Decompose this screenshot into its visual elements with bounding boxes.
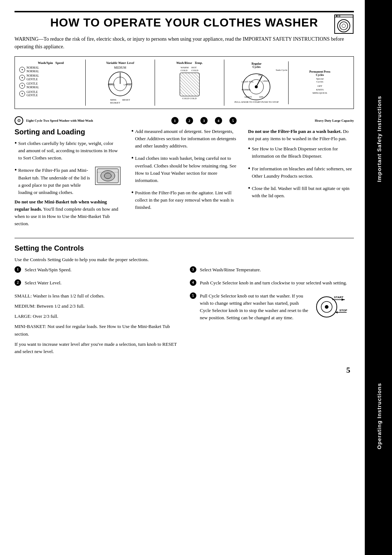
page-title: HOW TO OPERATE YOUR CLOTHES WASHER	[15, 16, 354, 29]
bullet-dot-mid-3: •	[131, 189, 134, 214]
controls-intro: Use the Controls Setting Guide to help y…	[15, 256, 354, 263]
controls-col-left: 1 Select Wash/Spin Speed. 2 Select Water…	[15, 266, 179, 358]
svg-text:SMALL: SMALL	[108, 84, 115, 86]
bullet-dot-right-1: •	[248, 145, 250, 163]
sorting-mid-text-2: Load clothes into wash basket, being car…	[135, 155, 237, 184]
sorting-col-right: Do not use the Filter-Flo pan as a wash …	[248, 128, 354, 231]
warning-text: WARNING—To reduce the risk of fire, elec…	[15, 35, 354, 50]
diagram-section-3-title: Wash/Rinse Temp.	[176, 61, 203, 65]
sorting-mid-text-1: Add measured amount of detergent. See De…	[135, 128, 237, 150]
cycle-selector-diagram: Seek Cycle OFF LIGHT L	[226, 69, 287, 104]
bullet-dot-mid-1: •	[131, 128, 134, 153]
sorting-mid-bullet-2: • Load clothes into wash basket, being c…	[131, 155, 237, 187]
sorting-bullet-2: • Remove the Filter-Flo pan and Mini-Bas	[15, 167, 121, 196]
diagram-cycles: RegularCycles Seek Cycle OFF	[224, 60, 352, 106]
knob-gentle-normal: ➜	[19, 83, 25, 89]
svg-text:HEAVY: HEAVY	[245, 96, 252, 98]
right-sidebar: Important Safety Instructions Operating …	[366, 0, 392, 555]
badge-4: 4	[215, 117, 222, 124]
diagram-number-badges: 1 2 3 4 5	[171, 117, 237, 124]
step-1-text: Select Wash/Spin Speed.	[25, 266, 179, 274]
step-2-text: Select Water Level.	[25, 279, 179, 287]
svg-text:NORMAL: NORMAL	[242, 89, 251, 91]
knob-normal-normal: ➜	[19, 67, 25, 73]
step-badge-3: 3	[190, 266, 196, 273]
regular-cycles-title: RegularCycles	[252, 62, 262, 69]
control-row-1: ➜ NORMALNORMAL	[19, 66, 39, 73]
sorting-right-text-2: For information on bleaches and fabric s…	[252, 165, 354, 180]
svg-text:OFF: OFF	[259, 96, 264, 98]
diagram-footer: ⚙ Eight Cycle Two Speed Washer with Mini…	[15, 116, 354, 128]
mini-basket-warning: Do not use the Mini-Basket tub when wash…	[15, 198, 121, 228]
sorting-right-text-1: See How to Use Bleach Dispenser section …	[252, 145, 354, 160]
sorting-mid-bullet-1: • Add measured amount of detergent. See …	[131, 128, 237, 153]
sorting-bullet-1: • Sort clothes carefully by fabric type,…	[15, 140, 121, 165]
water-mini: MINI-BASKET: Not used for regular loads.…	[15, 323, 179, 337]
control-row-4: ➜ GENTLEGENTLE	[19, 90, 38, 97]
washer-logo-icon	[334, 14, 354, 34]
controls-title: Setting the Controls	[15, 244, 354, 252]
svg-point-2	[338, 20, 350, 32]
controls-step-3: 3 Select Wash/Rinse Temperature.	[190, 266, 354, 276]
badge-1: 1	[171, 117, 179, 124]
sidebar-label-operating: Operating Instructions	[366, 278, 392, 555]
diagram-footer-left: ⚙ Eight Cycle Two Speed Washer with Mini…	[15, 116, 93, 125]
diagram-area: Wash/Spin Speed ➜ NORMALNORMAL ➜ NORMALG…	[15, 56, 354, 109]
water-small: SMALL: Washer is less than 1/2 full of c…	[15, 292, 179, 300]
svg-text:LIGHT: LIGHT	[263, 80, 269, 82]
controls-col-right: 3 Select Wash/Rinse Temperature. 4 Push …	[190, 266, 354, 358]
svg-point-34	[325, 305, 328, 309]
sorting-section: Sorting and Loading • Sort clothes caref…	[15, 128, 354, 231]
bullet-dot-2: •	[15, 167, 17, 196]
step-badge-5: 5	[190, 292, 196, 299]
sorting-mid-text-3: Position the Filter-Flo pan on the agita…	[135, 189, 237, 211]
svg-text:START: START	[334, 296, 343, 299]
controls-step-4: 4 Push Cycle Selector knob in and turn c…	[190, 279, 354, 289]
diagram-footer-left-text: Eight Cycle Two Speed Washer with Mini-W…	[26, 119, 93, 122]
filter-flo-warning-bold: Do not use the Filter-Flo pan as a wash …	[248, 129, 342, 134]
svg-text:LARGE: LARGE	[124, 84, 131, 86]
badge-3: 3	[200, 117, 208, 124]
sorting-bullet-1-text: Sort clothes carefully by fabric type, w…	[18, 140, 120, 162]
section-divider	[15, 238, 354, 238]
diagram-wash-spin: Wash/Spin Speed ➜ NORMALNORMAL ➜ NORMALG…	[16, 60, 86, 106]
special-cycles: Permanent PressCycles SpecialCycles OFFK…	[289, 69, 352, 96]
diagram-temp: Wash/Rinse Temp. WARMCOLD HOTCOLD COLD C…	[155, 60, 224, 106]
knob-normal-gentle: ➜	[19, 75, 25, 81]
step-badge-1: 1	[15, 266, 21, 273]
sorting-col-middle: • Add measured amount of detergent. See …	[131, 128, 237, 231]
step-badge-4: 4	[190, 279, 196, 286]
diagram-water-level: Variable Water Level MEDIUM SMALL	[86, 60, 155, 106]
bullet-dot-1: •	[15, 140, 17, 165]
badge-5: 5	[229, 117, 237, 124]
bullet-dot-right-2: •	[248, 165, 250, 183]
controls-step-1: 1 Select Wash/Spin Speed.	[15, 266, 179, 276]
sorting-right-bullet-3: • Close the lid. Washer will fill but no…	[248, 185, 354, 202]
diagram-section-2-title: Variable Water Level	[106, 61, 134, 65]
step-3-text: Select Wash/Rinse Temperature.	[200, 266, 354, 274]
control-row-2: ➜ NORMALGENTLE	[19, 74, 39, 81]
controls-two-col: 1 Select Wash/Spin Speed. 2 Select Water…	[15, 266, 354, 358]
sorting-right-text-3: Close the lid. Washer will fill but not …	[252, 185, 354, 199]
svg-text:OFF: OFF	[258, 74, 263, 76]
sorting-right-bullet-1: • See How to Use Bleach Dispenser sectio…	[248, 145, 354, 163]
svg-point-4	[342, 24, 346, 28]
water-large: LARGE: Over 2/3 full.	[15, 313, 179, 320]
diagram-footer-right: Heavy Duty Large Capacity	[315, 119, 354, 122]
permanent-press-title: Permanent PressCycles	[309, 70, 330, 77]
filter-flo-image	[95, 167, 121, 185]
filter-flo-warning: Do not use the Filter-Flo pan as a wash …	[248, 128, 354, 142]
svg-text:LIGHT SOIL: LIGHT SOIL	[242, 81, 254, 83]
badge-2: 2	[186, 117, 193, 124]
svg-point-6	[339, 15, 340, 17]
controls-step-2: 2 Select Water Level.	[15, 279, 179, 289]
step-5-main-text: Pull Cycle Selector knob out to start th…	[200, 293, 309, 320]
wash-spin-controls: ➜ NORMALNORMAL ➜ NORMALGENTLE ➜ GENTLENO…	[19, 66, 82, 97]
svg-point-5	[336, 15, 338, 17]
control-row-3: ➜ GENTLENORMAL	[19, 82, 39, 89]
controls-step-5: 5	[190, 292, 354, 328]
sorting-title: Sorting and Loading	[15, 128, 121, 136]
bullet-dot-right-3: •	[248, 185, 250, 202]
water-level-diagram: MEDIUM SMALL LARGE	[89, 66, 152, 104]
sidebar-label-important-safety: Important Safety Instructions	[366, 0, 392, 278]
